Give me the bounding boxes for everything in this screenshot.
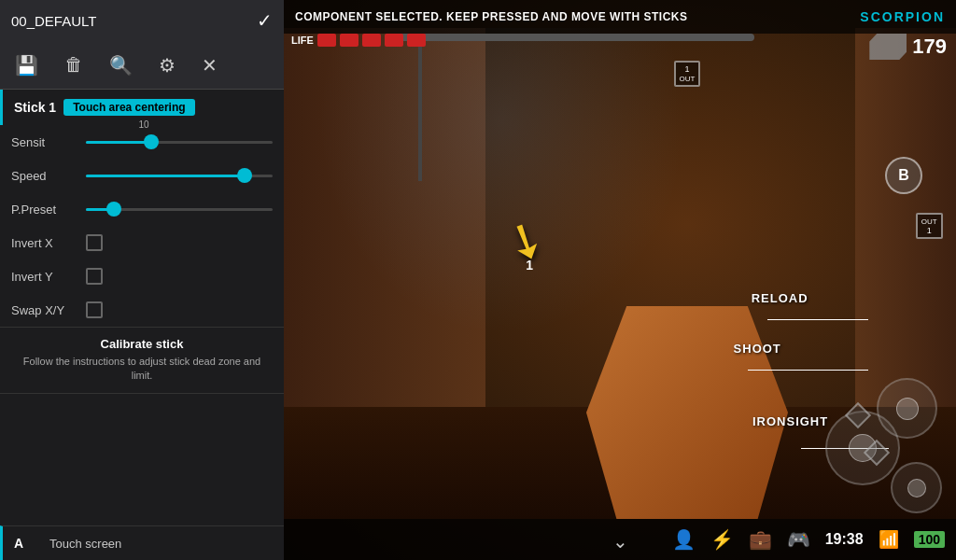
bottom-section-label: A bbox=[14, 536, 42, 551]
bottom-section-value: Touch screen bbox=[49, 537, 121, 551]
close-button[interactable]: ✕ bbox=[194, 50, 225, 80]
speed-track bbox=[86, 175, 273, 177]
title-bar: 00_DEFAULT ✓ bbox=[0, 0, 284, 41]
life-pip-5 bbox=[407, 34, 426, 47]
invert-x-checkbox[interactable] bbox=[86, 234, 103, 251]
top-hud: COMPONENT SELECTED. KEEP PRESSED AND MOV… bbox=[284, 0, 956, 34]
nav-icon-bag[interactable]: 💼 bbox=[749, 528, 772, 551]
ppreset-value bbox=[86, 200, 273, 218]
invert-y-label: Invert Y bbox=[11, 270, 86, 284]
swap-xy-row: Swap X/Y bbox=[0, 293, 284, 327]
toolbar: 💾 🗑 🔍 ⚙ ✕ bbox=[0, 41, 284, 90]
life-bar-area: LIFE bbox=[291, 34, 426, 47]
close-icon: ✕ bbox=[202, 54, 218, 77]
invert-x-label: Invert X bbox=[11, 236, 86, 250]
invert-y-value bbox=[86, 268, 273, 285]
control-circle-reload[interactable] bbox=[877, 378, 937, 439]
calibrate-desc: Follow the instructions to adjust stick … bbox=[11, 355, 273, 384]
profile-name: 00_DEFAULT bbox=[11, 13, 96, 29]
bottom-section: A Touch screen bbox=[0, 525, 284, 560]
touch-area-centering-tag[interactable]: Touch area centering bbox=[63, 99, 194, 116]
control-inner-ironsight bbox=[907, 479, 926, 497]
nav-icon-person[interactable]: 👤 bbox=[672, 528, 696, 551]
invert-y-row: Invert Y bbox=[0, 259, 284, 293]
control-inner-reload bbox=[896, 398, 919, 420]
sensit-fill bbox=[86, 141, 151, 144]
calibrate-section: Calibrate stick Follow the instructions … bbox=[0, 327, 284, 394]
confirm-checkmark[interactable]: ✓ bbox=[257, 9, 273, 32]
reload-line bbox=[767, 319, 868, 320]
out-badge-1: 1 OUT bbox=[674, 61, 701, 87]
nav-icon-gamepad[interactable]: 🎮 bbox=[787, 528, 810, 551]
ironsight-label: IRONSIGHT bbox=[752, 414, 828, 428]
stick1-label: Stick 1 bbox=[14, 100, 56, 115]
invert-x-row: Invert X bbox=[0, 226, 284, 259]
nav-down-arrow[interactable]: ⌄ bbox=[612, 530, 628, 553]
control-circle-ironsight[interactable] bbox=[891, 462, 942, 513]
calibrate-title[interactable]: Calibrate stick bbox=[11, 337, 273, 351]
search-icon: 🔍 bbox=[109, 54, 133, 77]
gun-icon bbox=[869, 34, 907, 60]
nav-icon-usb[interactable]: ⚡ bbox=[710, 528, 734, 551]
battery-indicator: 100 bbox=[914, 531, 945, 548]
sensit-value-label: 10 bbox=[138, 119, 148, 130]
time-display: 19:38 bbox=[825, 531, 864, 548]
speed-slider[interactable] bbox=[86, 166, 273, 185]
b-button[interactable]: B bbox=[885, 157, 922, 194]
ceiling-pipe bbox=[385, 34, 754, 41]
game-area: COMPONENT SELECTED. KEEP PRESSED AND MOV… bbox=[284, 0, 956, 560]
life-pip-4 bbox=[385, 34, 403, 47]
ppreset-thumb[interactable] bbox=[106, 202, 121, 217]
shoot-label: SHOOT bbox=[734, 342, 781, 356]
hud-message: COMPONENT SELECTED. KEEP PRESSED AND MOV… bbox=[295, 10, 688, 23]
swap-xy-value bbox=[86, 301, 273, 318]
sensit-label: Sensit bbox=[11, 135, 86, 149]
sensit-value: 10 bbox=[86, 133, 273, 151]
ammo-area: 179 bbox=[869, 34, 947, 60]
sensit-track: 10 bbox=[86, 141, 273, 144]
ammo-count: 179 bbox=[912, 35, 947, 59]
delete-button[interactable]: 🗑 bbox=[57, 50, 91, 79]
shoot-line bbox=[748, 370, 869, 371]
arrow-number: 1 bbox=[526, 258, 533, 273]
ppreset-row: P.Preset bbox=[0, 192, 284, 226]
game-name: SCORPION bbox=[860, 9, 945, 24]
settings-icon: ⚙ bbox=[159, 54, 176, 77]
invert-x-value bbox=[86, 234, 273, 251]
pipe-vertical bbox=[418, 41, 422, 181]
save-button[interactable]: 💾 bbox=[7, 50, 46, 80]
ppreset-track bbox=[86, 208, 273, 211]
out-badge-2: OUT 1 bbox=[916, 213, 943, 239]
ppreset-slider[interactable] bbox=[86, 200, 273, 218]
life-pip-1 bbox=[317, 34, 336, 47]
wifi-icon: 📶 bbox=[879, 529, 899, 550]
sensit-slider[interactable]: 10 bbox=[86, 133, 273, 151]
settings-button[interactable]: ⚙ bbox=[151, 50, 183, 80]
speed-value bbox=[86, 166, 273, 185]
swap-xy-checkbox[interactable] bbox=[86, 301, 103, 318]
ppreset-label: P.Preset bbox=[11, 203, 86, 217]
left-panel: 00_DEFAULT ✓ 💾 🗑 🔍 ⚙ ✕ Stick 1 Touch are… bbox=[0, 0, 284, 560]
delete-icon: 🗑 bbox=[64, 54, 83, 76]
search-button[interactable]: 🔍 bbox=[102, 50, 140, 80]
save-icon: 💾 bbox=[15, 54, 38, 77]
invert-y-checkbox[interactable] bbox=[86, 268, 103, 285]
reload-label: RELOAD bbox=[752, 291, 808, 305]
speed-label: Speed bbox=[11, 169, 86, 183]
panel-content: Stick 1 Touch area centering Sensit 10 S… bbox=[0, 90, 284, 525]
life-label: LIFE bbox=[291, 35, 314, 46]
sensit-row: Sensit 10 bbox=[0, 125, 284, 159]
scene-lighting bbox=[317, 28, 687, 336]
sensit-thumb[interactable]: 10 bbox=[144, 134, 159, 149]
life-pip-2 bbox=[340, 34, 358, 47]
swap-xy-label: Swap X/Y bbox=[11, 303, 86, 317]
weapon-hand bbox=[586, 306, 788, 519]
speed-row: Speed bbox=[0, 159, 284, 192]
life-pip-3 bbox=[362, 34, 381, 47]
speed-thumb[interactable] bbox=[237, 168, 252, 183]
speed-fill bbox=[86, 175, 245, 177]
